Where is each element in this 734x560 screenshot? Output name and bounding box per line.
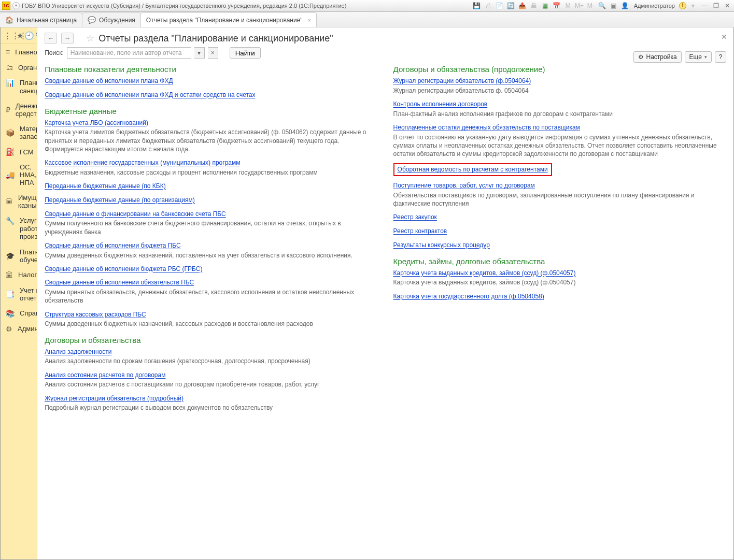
report-link[interactable]: Карточка учета государственного долга (ф… — [393, 293, 544, 300]
tab-1[interactable]: 💬Обсуждения — [82, 12, 141, 27]
settings-button[interactable]: ⚙ Настройка — [633, 51, 682, 63]
sidebar-item-1[interactable]: 🗂Органайзер — [1, 60, 37, 75]
report-item: Журнал регистрации обязательств (ф.05040… — [393, 77, 726, 95]
search-find-button[interactable]: Найти — [230, 47, 261, 59]
print-icon[interactable]: 🖨 — [484, 1, 493, 10]
zoom-icon[interactable]: 🔍 — [598, 1, 607, 10]
sidebar-item-icon: 📦 — [6, 128, 15, 137]
sidebar-item-13[interactable]: ⚙Администрирование — [1, 321, 37, 337]
document-icon[interactable]: 📄 — [495, 1, 504, 10]
report-link[interactable]: Сводные данные об исполнении плана ФХД и… — [45, 91, 255, 98]
sidebar-item-2[interactable]: 📊Планирование и санкционирование — [1, 75, 37, 98]
sidebar-item-icon: 🏛 — [6, 271, 13, 279]
report-link[interactable]: Контроль исполнения договоров — [393, 100, 488, 108]
report-link[interactable]: Реестр контрактов — [393, 227, 447, 235]
star-icon[interactable]: ★ — [17, 30, 23, 41]
favorite-star-icon[interactable]: ☆ — [86, 33, 94, 44]
report-item: Сводные данные об исполнении обязательст… — [45, 278, 377, 305]
report-link[interactable]: Неоплаченные остатки денежных обязательс… — [393, 124, 580, 131]
report-link[interactable]: Сводные данные о финансировании на банко… — [45, 210, 226, 218]
sidebar-item-9[interactable]: 🎓Платное обучение — [1, 245, 37, 267]
report-link[interactable]: Сводные данные об исполнении бюджета ПБС — [45, 242, 181, 249]
calendar-icon[interactable]: 📅 — [552, 1, 561, 10]
tab-bar: 🏠Начальная страница💬ОбсужденияОтчеты раз… — [0, 12, 734, 27]
report-description: План-фактный анализ исполнения графиков … — [393, 110, 726, 118]
sidebar-item-label: Справочники — [20, 309, 37, 317]
search-dropdown-button[interactable]: ▾ — [194, 47, 205, 59]
window-close[interactable]: ✕ — [723, 2, 732, 9]
sidebar-item-11[interactable]: 📑Учет и отчетность — [1, 283, 37, 306]
panels-icon[interactable]: ▣ — [609, 1, 618, 10]
report-description: Обязательства поставщиков по договорам, … — [393, 191, 726, 208]
m-button[interactable]: M — [563, 1, 573, 10]
sidebar-item-10[interactable]: 🏛Налоги — [1, 267, 37, 283]
report-link[interactable]: Результаты конкурсных процедур — [393, 241, 490, 249]
apps-icon[interactable]: ⋮⋮⋮ — [4, 30, 16, 41]
report-item: Оборотная ведомость по расчетам с контра… — [393, 163, 726, 176]
report-link[interactable]: Кассовое исполнение государственных (мун… — [45, 159, 240, 166]
refresh-icon[interactable]: 🔄 — [506, 1, 516, 10]
search-input[interactable]: Наименование, поле или автор отчета — [67, 47, 191, 59]
window-minimize[interactable]: — — [700, 2, 709, 9]
sidebar-item-icon: 📊 — [6, 79, 15, 87]
section-heading: Кредиты, займы, долговые обязательства — [393, 257, 726, 266]
sidebar-item-icon: ⚙ — [6, 325, 12, 333]
report-link[interactable]: Сводные данные об исполнении плана ФХД — [45, 77, 173, 84]
sidebar-item-7[interactable]: 🏛Имущество казны — [1, 190, 37, 213]
sidebar-item-6[interactable]: 🚚ОС, НМА, НПА — [1, 160, 37, 190]
more-button[interactable]: Еще ▾ — [685, 51, 712, 63]
search-clear-button[interactable]: × — [208, 47, 218, 59]
report-link[interactable]: Анализ задолженности — [45, 348, 111, 355]
grid-icon[interactable]: ▦ — [541, 1, 550, 10]
export-icon[interactable]: 📤 — [518, 1, 527, 10]
app-menu-dropdown[interactable]: ▾ — [12, 2, 20, 9]
report-link[interactable]: Реестр закупок — [393, 213, 437, 221]
nav-back-button[interactable]: ← — [45, 33, 57, 44]
sidebar-item-label: Учет и отчетность — [20, 286, 37, 302]
tab-icon: 🏠 — [5, 16, 13, 24]
report-description: Анализ состояния расчетов с поставщиками… — [45, 380, 377, 389]
sidebar-item-4[interactable]: 📦Материальные запасы — [1, 121, 37, 144]
sidebar-item-0[interactable]: ≡Главное — [1, 44, 37, 60]
report-link[interactable]: Сводные данные об исполнении бюджета РБС… — [45, 265, 202, 272]
report-item: Переданные бюджетные данные (по организа… — [45, 196, 377, 205]
m-minus-button[interactable]: M- — [586, 1, 596, 10]
info-icon[interactable]: i — [679, 2, 686, 9]
report-link[interactable]: Анализ состояния расчетов по договорам — [45, 371, 165, 379]
m-plus-button[interactable]: M+ — [575, 1, 584, 10]
window-title: ГОБУ ВПО Университет искусств (Субсидия)… — [22, 3, 346, 9]
highlighted-report-link[interactable]: Оборотная ведомость по расчетам с контра… — [393, 163, 552, 176]
sidebar-item-5[interactable]: ⛽ГСМ — [1, 144, 37, 160]
report-link[interactable]: Структура кассовых расходов ПБС — [45, 311, 146, 318]
content-close-button[interactable]: ✕ — [721, 33, 727, 41]
nav-forward-button[interactable]: → — [61, 33, 74, 44]
tab-close-button[interactable]: × — [308, 17, 311, 23]
report-link[interactable]: Переданные бюджетные данные (по организа… — [45, 196, 195, 204]
report-link[interactable]: Сводные данные об исполнении обязательст… — [45, 279, 194, 286]
user-label[interactable]: Администратор — [632, 3, 677, 9]
report-item: Анализ состояния расчетов по договорамАн… — [45, 371, 377, 389]
report-link[interactable]: Переданные бюджетные данные (по КБК) — [45, 182, 166, 190]
tab-2[interactable]: Отчеты раздела "Планирование и санкциони… — [140, 12, 317, 27]
report-link[interactable]: Карточка учета ЛБО (ассигнований) — [45, 119, 148, 126]
report-link[interactable]: Журнал регистрации обязательств (подробн… — [45, 395, 184, 402]
print2-icon[interactable]: 🖶 — [529, 1, 539, 10]
report-link[interactable]: Поступление товаров, работ, услуг по дог… — [393, 182, 535, 189]
report-link[interactable]: Карточка учета выданных кредитов, займов… — [393, 269, 576, 277]
save-icon[interactable]: 💾 — [472, 1, 482, 10]
report-item: Сводные данные о финансировании на банко… — [45, 210, 377, 236]
report-description: Карточка учета лимитов бюджетных обязате… — [45, 128, 377, 153]
history-icon[interactable]: 🕘 — [24, 30, 34, 41]
tab-0[interactable]: 🏠Начальная страница — [0, 12, 82, 27]
sidebar-item-12[interactable]: 📚Справочники — [1, 306, 37, 321]
help-button[interactable]: ? — [715, 51, 726, 63]
window-restore[interactable]: ❐ — [711, 2, 721, 9]
sidebar-item-3[interactable]: ₽Денежные средства — [1, 98, 37, 121]
report-link[interactable]: Оборотная ведомость по расчетам с контра… — [398, 166, 548, 173]
info-dropdown[interactable]: ▾ — [688, 1, 698, 10]
sidebar-item-8[interactable]: 🔧Услуги, работы, производство — [1, 213, 37, 245]
user-icon: 👤 — [620, 1, 630, 10]
section-heading: Договоры и обязательства — [45, 336, 377, 344]
report-description: Подробный журнал регистрации с выводом в… — [45, 404, 377, 412]
report-link[interactable]: Журнал регистрации обязательств (ф.05040… — [393, 77, 531, 84]
